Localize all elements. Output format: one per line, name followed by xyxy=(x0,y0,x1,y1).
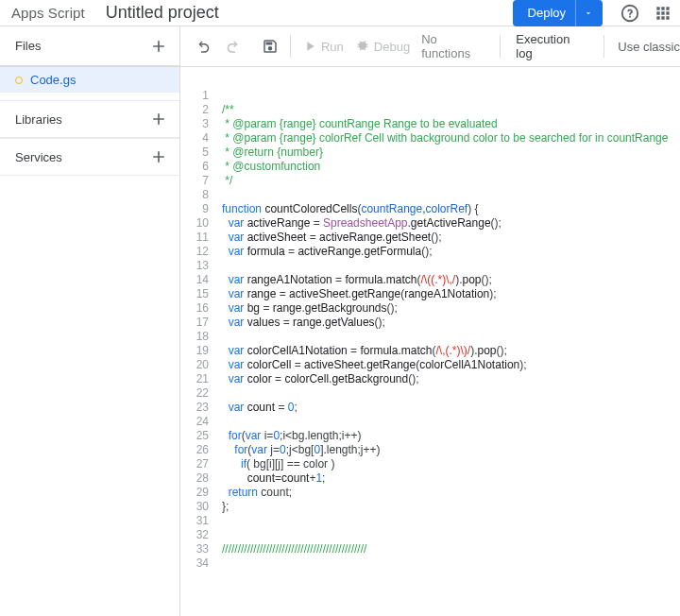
line-gutter: 1234567891011121314151617181920212223242… xyxy=(180,67,216,616)
services-label: Services xyxy=(15,150,149,164)
function-selector[interactable]: No functions xyxy=(416,32,494,60)
libraries-label: Libraries xyxy=(15,112,149,127)
add-service-icon[interactable] xyxy=(149,147,168,166)
use-classic-link[interactable]: Use classic xyxy=(610,40,680,54)
code-content[interactable]: /** * @param {range} countRange Range to… xyxy=(216,67,668,616)
code-editor[interactable]: 1234567891011121314151617181920212223242… xyxy=(180,67,680,616)
toolbar-row: Files Run Debug No functions Execution l… xyxy=(0,26,680,67)
services-section: Services xyxy=(0,138,179,176)
app-name: Apps Script xyxy=(11,5,85,21)
files-label: Files xyxy=(15,39,149,53)
app-header: Apps Script Untitled project Deploy xyxy=(0,0,680,26)
deploy-label: Deploy xyxy=(528,6,575,20)
run-button[interactable]: Run xyxy=(297,33,349,60)
libraries-section: Libraries xyxy=(0,100,179,138)
chevron-down-icon[interactable] xyxy=(575,0,593,26)
main-area: Code.gs Libraries Services 1234567891011… xyxy=(0,67,680,616)
editor-toolbar: Run Debug No functions Execution log Use… xyxy=(180,26,680,66)
save-button[interactable] xyxy=(256,32,284,60)
file-status-dot-icon xyxy=(15,77,23,84)
add-file-icon[interactable] xyxy=(149,37,168,56)
help-icon[interactable] xyxy=(620,3,640,24)
sidebar: Code.gs Libraries Services xyxy=(0,67,180,616)
debug-button[interactable]: Debug xyxy=(349,33,416,60)
add-library-icon[interactable] xyxy=(149,110,168,128)
apps-grid-icon[interactable] xyxy=(654,4,672,23)
project-title[interactable]: Untitled project xyxy=(106,3,219,23)
undo-button[interactable] xyxy=(190,32,218,60)
file-name: Code.gs xyxy=(30,73,76,87)
files-section-header: Files xyxy=(0,26,180,66)
execution-log-button[interactable]: Execution log xyxy=(506,32,598,60)
deploy-button[interactable]: Deploy xyxy=(513,0,603,26)
redo-button[interactable] xyxy=(218,32,246,60)
file-item-code-gs[interactable]: Code.gs xyxy=(0,67,179,93)
